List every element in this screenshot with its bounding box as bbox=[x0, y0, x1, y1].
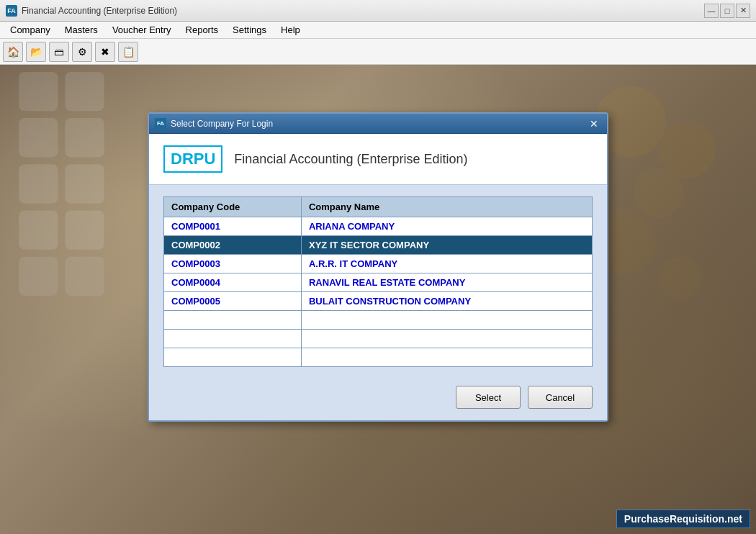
dialog-title: Select Company For Login bbox=[171, 119, 587, 129]
table-row[interactable]: COMP0005BULAIT CONSTRUCTION COMPANY bbox=[164, 292, 593, 311]
company-table-body: COMP0001ARIANA COMPANYCOMP0002XYZ IT SEC… bbox=[164, 217, 593, 367]
table-row-empty bbox=[164, 311, 593, 330]
table-row[interactable]: COMP0004RANAVIL REAL ESTATE COMPANY bbox=[164, 273, 593, 292]
dialog-footer: Select Cancel bbox=[149, 379, 607, 420]
dialog-close-button[interactable]: ✕ bbox=[587, 117, 601, 131]
company-code-cell[interactable]: COMP0004 bbox=[164, 273, 302, 292]
company-code-cell[interactable]: COMP0005 bbox=[164, 292, 302, 311]
dialog-app-title: Financial Accounting (Enterprise Edition… bbox=[234, 152, 467, 167]
company-name-cell[interactable]: ARIANA COMPANY bbox=[301, 217, 592, 236]
col-header-name: Company Name bbox=[301, 197, 592, 217]
company-name-cell[interactable]: BULAIT CONSTRUCTION COMPANY bbox=[301, 292, 592, 311]
select-company-dialog: FA Select Company For Login ✕ DRPU Finan… bbox=[148, 112, 608, 422]
select-button[interactable]: Select bbox=[456, 386, 521, 409]
company-code-cell[interactable]: COMP0003 bbox=[164, 255, 302, 273]
drpu-logo: DRPU bbox=[163, 145, 222, 173]
table-row[interactable]: COMP0003A.R.R. IT COMPANY bbox=[164, 255, 593, 273]
table-row[interactable]: COMP0001ARIANA COMPANY bbox=[164, 217, 593, 236]
company-table: Company Code Company Name COMP0001ARIANA… bbox=[163, 196, 593, 367]
company-name-cell[interactable]: RANAVIL REAL ESTATE COMPANY bbox=[301, 273, 592, 292]
table-row-empty bbox=[164, 348, 593, 367]
dialog-body: Company Code Company Name COMP0001ARIANA… bbox=[149, 185, 607, 379]
company-name-cell[interactable]: A.R.R. IT COMPANY bbox=[301, 255, 592, 273]
cancel-button[interactable]: Cancel bbox=[528, 386, 593, 409]
table-row[interactable]: COMP0002XYZ IT SECTOR COMPANY bbox=[164, 236, 593, 255]
company-code-cell[interactable]: COMP0002 bbox=[164, 236, 302, 255]
company-name-cell[interactable]: XYZ IT SECTOR COMPANY bbox=[301, 236, 592, 255]
table-row-empty bbox=[164, 330, 593, 348]
dialog-overlay: FA Select Company For Login ✕ DRPU Finan… bbox=[0, 0, 756, 534]
dialog-header: DRPU Financial Accounting (Enterprise Ed… bbox=[149, 134, 607, 185]
col-header-code: Company Code bbox=[164, 197, 302, 217]
company-code-cell[interactable]: COMP0001 bbox=[164, 217, 302, 236]
dialog-icon: FA bbox=[155, 118, 166, 130]
dialog-titlebar: FA Select Company For Login ✕ bbox=[149, 114, 607, 134]
